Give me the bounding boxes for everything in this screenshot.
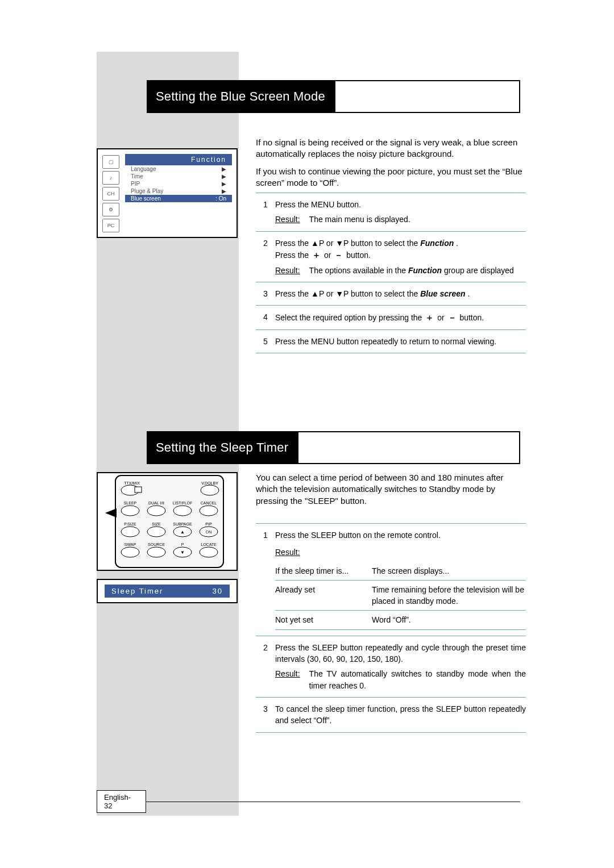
osd-row: Language▶ <box>125 165 232 173</box>
section-1-title-bar: Setting the Blue Screen Mode <box>147 80 520 113</box>
sleep-state-table: If the sleep timer is... The screen disp… <box>275 562 526 630</box>
tbl-h1: If the sleep timer is... <box>275 565 372 577</box>
svg-text:SOURCE: SOURCE <box>148 542 165 546</box>
svg-rect-5 <box>135 487 142 493</box>
svg-marker-1 <box>105 508 117 518</box>
sleep-osd-label: Sleep Timer <box>111 587 163 595</box>
step-5: 5 Press the MENU button repeatedly to re… <box>256 329 526 353</box>
svg-text:SUBPAGE: SUBPAGE <box>173 522 192 526</box>
osd-row: Pluge & Play▶ <box>125 187 232 195</box>
osd-icon-channel: CH <box>102 187 119 201</box>
result-label: Result: <box>275 548 300 557</box>
section-1-intro: If no signal is being received or the si… <box>256 137 523 189</box>
tbl-h2: The screen displays... <box>372 565 526 577</box>
svg-point-33 <box>200 547 218 557</box>
vol-plus-icon: ＋ <box>311 249 322 261</box>
step-2: 2 Press the ▲P or ▼P button to select th… <box>256 231 526 282</box>
svg-text:LOCATE: LOCATE <box>201 542 217 546</box>
section-2-intro: You can select a time period of between … <box>256 472 523 507</box>
bluescreen-word: Blue screen <box>420 289 465 298</box>
s2-step-2-text: Press the SLEEP button repeatedly and cy… <box>275 642 526 665</box>
svg-text:V.DOLBY: V.DOLBY <box>201 481 218 485</box>
osd-row: Time▶ <box>125 173 232 180</box>
section-2-title: Setting the Sleep Timer <box>148 432 298 463</box>
intro-line-2a: If you wish to continue viewing the poor… <box>256 166 503 176</box>
step-1-result: The main menu is displayed. <box>309 214 410 225</box>
page-number: English-32 <box>97 790 146 813</box>
svg-text:CANCEL: CANCEL <box>201 501 217 505</box>
step-1: 1 Press the MENU button. Result: The mai… <box>256 193 526 231</box>
sleep-timer-osd: Sleep Timer 30 <box>97 579 238 603</box>
function-osd: ▢ ♪ CH ⚙ PC Function Language▶ Time▶ PIP… <box>97 148 238 238</box>
svg-point-19 <box>121 527 139 537</box>
osd-icon-sound: ♪ <box>102 171 119 185</box>
section-2-title-bar: Setting the Sleep Timer <box>147 431 520 464</box>
remote-illustration: TTX/MIX V.DOLBY SLEEP DUAL I/II LIST/FLO… <box>97 472 238 603</box>
svg-text:DUAL I/II: DUAL I/II <box>148 501 164 505</box>
step-3: 3 Press the ▲P or ▼P button to select th… <box>256 282 526 305</box>
osd-header: Function <box>125 154 232 165</box>
result-label: Result: <box>275 668 300 691</box>
step-1-text: Press the MENU button. <box>275 199 526 210</box>
svg-text:SLEEP: SLEEP <box>124 501 137 505</box>
vol-minus-icon: － <box>447 311 458 324</box>
svg-text:TTX/MIX: TTX/MIX <box>124 481 140 485</box>
s2-step-3-text: To cancel the sleep timer function, pres… <box>275 703 526 727</box>
svg-text:▲: ▲ <box>180 529 185 535</box>
tbl-r1c1: Already set <box>275 584 372 607</box>
step-4: 4 Select the required option by pressing… <box>256 305 526 329</box>
tbl-r1c2: Time remaining before the television wil… <box>372 584 526 607</box>
section-2-steps: 1 Press the SLEEP button on the remote c… <box>256 523 526 733</box>
svg-point-13 <box>173 506 192 516</box>
vol-minus-icon: － <box>333 249 344 261</box>
svg-point-11 <box>121 506 139 516</box>
osd-row-selected: Blue screen: On <box>125 195 232 202</box>
step-2: 2 Press the SLEEP button repeatedly and … <box>256 636 526 697</box>
remote-svg: TTX/MIX V.DOLBY SLEEP DUAL I/II LIST/FLO… <box>102 473 233 570</box>
svg-text:ON: ON <box>206 530 212 534</box>
osd-row: PIP▶ <box>125 180 232 187</box>
svg-point-20 <box>147 527 165 537</box>
result-label: Result: <box>275 265 300 276</box>
osd-icon-function: ⚙ <box>102 203 119 216</box>
svg-text:SWAP: SWAP <box>125 542 136 546</box>
svg-point-12 <box>147 506 165 516</box>
svg-point-29 <box>121 547 139 557</box>
result-label: Result: <box>275 214 300 225</box>
vol-plus-icon: ＋ <box>424 311 435 324</box>
s2-step-1-text: Press the SLEEP button on the remote con… <box>275 529 526 541</box>
svg-text:P.SIZE: P.SIZE <box>124 522 136 526</box>
svg-point-6 <box>201 485 219 495</box>
section-1-title: Setting the Blue Screen Mode <box>148 81 335 112</box>
svg-text:SIZE: SIZE <box>152 522 161 526</box>
intro-line-1: If no signal is being received or the si… <box>256 137 523 160</box>
sleep-osd-value: 30 <box>213 587 223 595</box>
tbl-r2c2: Word “Off”. <box>372 614 526 625</box>
svg-text:▼: ▼ <box>180 550 185 555</box>
svg-point-30 <box>147 547 165 557</box>
section-1-steps: 1 Press the MENU button. Result: The mai… <box>256 193 526 353</box>
svg-text:PIP: PIP <box>205 522 212 526</box>
osd-icon-picture: ▢ <box>102 155 119 169</box>
step-1: 1 Press the SLEEP button on the remote c… <box>256 524 526 636</box>
step-3: 3 To cancel the sleep timer function, pr… <box>256 697 526 732</box>
s2-step-2-result: The TV automatically switches to standby… <box>309 668 526 691</box>
svg-text:LIST/FLOF: LIST/FLOF <box>173 501 193 505</box>
svg-point-14 <box>200 506 218 516</box>
svg-text:P: P <box>181 542 184 546</box>
tbl-r2c1: Not yet set <box>275 614 372 625</box>
function-word: Function <box>420 239 454 248</box>
osd-icon-pc: PC <box>102 219 119 232</box>
